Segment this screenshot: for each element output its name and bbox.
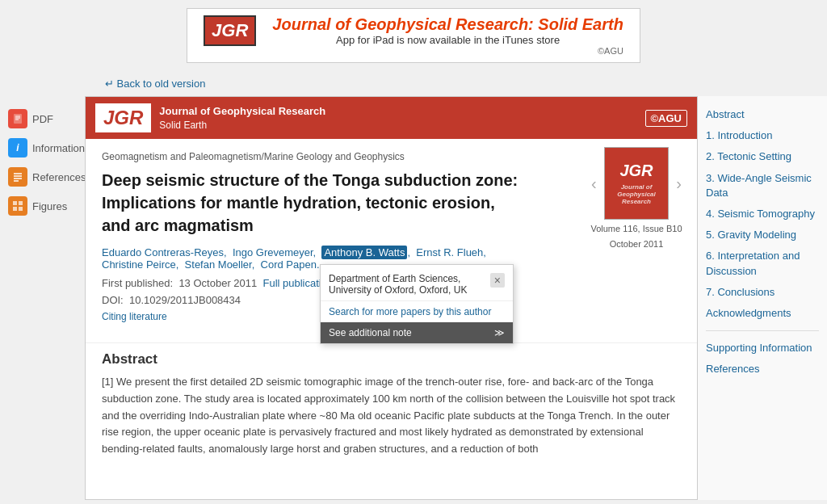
right-nav-tectonic-setting[interactable]: 2. Tectonic Setting bbox=[706, 146, 819, 167]
cover-nav: ‹ JGR Journal ofGeophysicalResearch › bbox=[588, 147, 685, 220]
agu-logo: ©AGU bbox=[645, 110, 687, 127]
article-content: ‹ JGR Journal ofGeophysicalResearch › Vo… bbox=[86, 139, 697, 342]
right-nav-acknowledgments[interactable]: Acknowledgments bbox=[706, 303, 819, 324]
cover-next-button[interactable]: › bbox=[673, 174, 685, 193]
svg-rect-9 bbox=[19, 201, 23, 205]
sidebar-item-pdf[interactable]: PDF bbox=[0, 104, 85, 133]
back-to-old-version-link[interactable]: ↵ Back to old version bbox=[105, 78, 827, 90]
pdf-label: PDF bbox=[32, 113, 53, 125]
author-watts-highlighted[interactable]: Anthony B. Watts bbox=[321, 246, 407, 259]
author-papen[interactable]: Cord Papen... bbox=[261, 258, 325, 271]
pdf-icon bbox=[8, 109, 27, 128]
svg-rect-0 bbox=[14, 114, 22, 124]
popup-footer[interactable]: See additional note ≫ bbox=[321, 322, 513, 343]
top-banner: JGR Journal of Geophysical Research: Sol… bbox=[0, 0, 827, 71]
svg-rect-10 bbox=[13, 207, 17, 211]
author-flueh[interactable]: Ernst R. Flueh bbox=[416, 246, 483, 258]
right-nav-interpretation[interactable]: 6. Interpretation and Discussion bbox=[706, 246, 819, 281]
popup-close-button[interactable]: × bbox=[490, 273, 505, 288]
doi-value: 10.1029/2011JB008434 bbox=[129, 294, 241, 306]
right-nav-introduction[interactable]: 1. Introduction bbox=[706, 125, 819, 146]
abstract-text: [1] We present the first detailed 2D sei… bbox=[102, 374, 681, 458]
right-nav-divider bbox=[706, 330, 819, 331]
first-published-value: 13 October 2011 bbox=[178, 277, 257, 289]
sidebar-item-references[interactable]: References bbox=[0, 162, 85, 191]
information-label: Information bbox=[32, 142, 85, 154]
cover-prev-button[interactable]: ‹ bbox=[588, 174, 600, 193]
journal-cover-area: ‹ JGR Journal ofGeophysicalResearch › Vo… bbox=[588, 147, 685, 251]
journal-title-text: Journal of Geophysical Research Solid Ea… bbox=[159, 104, 325, 132]
author-popup: Department of Earth Sciences, University… bbox=[320, 264, 514, 344]
cover-date: October 2011 bbox=[588, 238, 685, 250]
doi-label: DOI: bbox=[102, 294, 124, 306]
journal-header-bar: JGR Journal of Geophysical Research Soli… bbox=[86, 97, 697, 139]
author-grevemeyer[interactable]: Ingo Grevemeyer bbox=[233, 246, 313, 258]
figures-label: Figures bbox=[32, 200, 67, 212]
sidebar-item-information[interactable]: i Information bbox=[0, 133, 85, 162]
popup-footer-text: See additional note bbox=[329, 327, 412, 338]
author-peirce[interactable]: Christine Peirce bbox=[102, 258, 176, 271]
popup-expand-icon: ≫ bbox=[494, 327, 505, 338]
cover-image: JGR Journal ofGeophysicalResearch bbox=[604, 147, 669, 220]
right-nav-conclusions[interactable]: 7. Conclusions bbox=[706, 282, 819, 303]
banner-box: JGR Journal of Geophysical Research: Sol… bbox=[187, 8, 640, 63]
banner-subtitle: App for iPad is now available in the iTu… bbox=[272, 34, 623, 46]
right-nav-supporting-info[interactable]: Supporting Information bbox=[706, 338, 819, 359]
right-nav-references[interactable]: References bbox=[706, 359, 819, 380]
right-sidebar: Abstract 1. Introduction 2. Tectonic Set… bbox=[698, 96, 827, 500]
svg-rect-11 bbox=[19, 207, 23, 211]
content-area: JGR Journal of Geophysical Research Soli… bbox=[85, 96, 698, 500]
cover-volume: Volume 116, Issue B10 bbox=[588, 223, 685, 235]
info-icon: i bbox=[8, 138, 27, 158]
article-title: Deep seismic structure of the Tonga subd… bbox=[102, 169, 522, 237]
figs-icon bbox=[8, 196, 27, 216]
right-nav-seismic-tomography[interactable]: 4. Seismic Tomography bbox=[706, 204, 819, 225]
left-sidebar: PDF i Information References Figures bbox=[0, 96, 85, 500]
right-nav-gravity-modeling[interactable]: 5. Gravity Modeling bbox=[706, 225, 819, 246]
author-contreras-reyes[interactable]: Eduardo Contreras-Reyes bbox=[102, 246, 224, 258]
abstract-title: Abstract bbox=[102, 351, 681, 368]
popup-search-link[interactable]: Search for more papers by this author bbox=[321, 300, 513, 322]
abstract-section: Abstract [1] We present the first detail… bbox=[86, 342, 697, 470]
jgr-logo: JGR bbox=[95, 103, 151, 132]
popup-header: Department of Earth Sciences, University… bbox=[321, 265, 513, 300]
author-moeller[interactable]: Stefan Moeller bbox=[185, 258, 252, 271]
references-label: References bbox=[32, 171, 86, 183]
banner-jgr-logo: JGR bbox=[204, 15, 256, 46]
popup-affiliation: Department of Earth Sciences, University… bbox=[329, 273, 490, 296]
banner-agu: ©AGU bbox=[204, 46, 623, 56]
refs-icon bbox=[8, 167, 27, 187]
right-nav-abstract[interactable]: Abstract bbox=[706, 104, 819, 125]
banner-title: Journal of Geophysical Research: Solid E… bbox=[272, 15, 623, 34]
first-published-label: First published: bbox=[102, 277, 173, 289]
sidebar-item-figures[interactable]: Figures bbox=[0, 191, 85, 220]
svg-rect-8 bbox=[13, 201, 17, 205]
right-nav-wide-angle[interactable]: 3. Wide-Angle Seismic Data bbox=[706, 168, 819, 204]
